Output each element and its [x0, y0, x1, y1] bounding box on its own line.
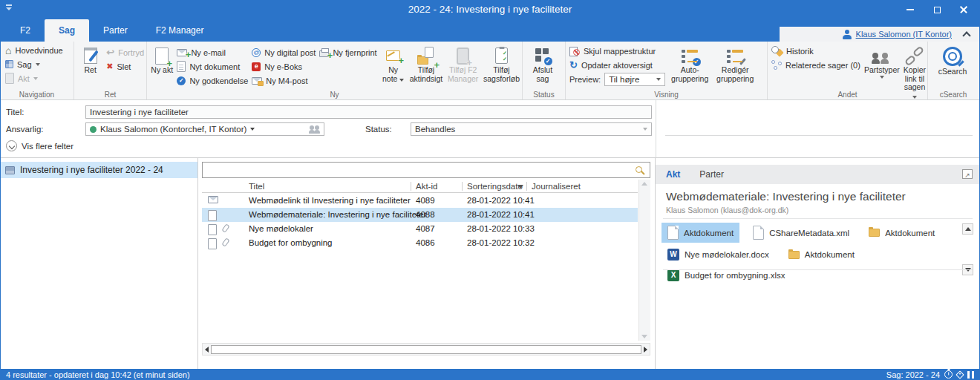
scroll-up-icon[interactable] — [962, 223, 973, 235]
attachment-scrollbar[interactable] — [962, 223, 973, 275]
attachment-chip[interactable]: Aktdokument — [783, 247, 860, 262]
pause-icon[interactable] — [967, 371, 970, 379]
scroll-left-icon[interactable] — [205, 347, 209, 353]
hovedvindue-button[interactable]: Hovedvindue — [5, 45, 63, 56]
tag-icon[interactable] — [956, 370, 964, 379]
tab-f2[interactable]: F2 — [6, 19, 45, 42]
minimize-button[interactable] — [897, 0, 924, 19]
list-search-box — [202, 162, 650, 178]
paperclip-icon — [221, 223, 229, 232]
historik-button[interactable]: Historik — [771, 45, 860, 56]
document-icon — [753, 226, 764, 240]
relaterede-sager-button[interactable]: Relaterede sager (0) — [771, 59, 860, 71]
ret-button[interactable]: Ret — [78, 45, 102, 75]
case-metadata: Titel: Ansvarlig: Klaus Salomon (Kontorc… — [0, 100, 980, 158]
attachment-chip[interactable]: Aktdokument — [863, 226, 941, 240]
auto-gruppering-button[interactable]: Auto-gruppering — [669, 45, 710, 83]
auto-grouping-icon — [682, 48, 699, 64]
case-tree-panel: Investering i nye faciliteter 2022 - 24 — [0, 158, 198, 369]
preview-position-select[interactable]: Til højre — [604, 73, 665, 86]
tilfoj-sagsforlob-button[interactable]: Tilføj sagsforløb — [483, 45, 520, 83]
column-header-journaliseret[interactable]: Journaliseret — [532, 180, 581, 193]
ansvarlig-label: Ansvarlig: — [6, 125, 44, 134]
ny-akt-button[interactable]: Ny akt — [151, 45, 173, 75]
collapse-ribbon-icon[interactable] — [962, 31, 970, 39]
history-icon — [771, 46, 783, 56]
afslut-sag-button[interactable]: Afslut sag — [526, 45, 559, 83]
close-button[interactable] — [950, 0, 977, 19]
vertical-scrollbar[interactable] — [638, 180, 650, 341]
participants-icon[interactable] — [309, 125, 320, 134]
ansvarlig-input[interactable]: Klaus Salomon (Kontorchef, IT Kontor) — [85, 122, 324, 136]
search-icon[interactable] — [636, 166, 642, 173]
edit-grouping-icon — [727, 48, 744, 64]
horizontal-scrollbar[interactable] — [202, 343, 650, 356]
column-header-titel[interactable]: Titel — [249, 180, 264, 193]
fortryd-button[interactable]: Fortryd — [106, 47, 144, 58]
nyt-dokument-button[interactable]: Nyt dokument — [177, 61, 248, 72]
digital-post-icon — [252, 48, 261, 57]
partstyper-button[interactable]: Partstyper — [864, 45, 900, 79]
csearch-button[interactable]: cSearch — [932, 45, 973, 76]
popout-icon[interactable] — [962, 169, 973, 179]
ny-godkendelse-button[interactable]: Ny godkendelse — [177, 75, 248, 86]
tab-akt[interactable]: Akt — [666, 169, 680, 180]
scroll-right-icon[interactable] — [644, 347, 647, 353]
list-header: Titel Akt-id Sorteringsdato Journalisere… — [202, 180, 638, 193]
scroll-up-icon[interactable] — [641, 182, 647, 186]
attachment-chip[interactable]: Nye mødelokaler.docx — [662, 246, 775, 263]
tab-parter[interactable]: Parter — [699, 169, 724, 180]
ny-fjernprint-button[interactable]: Ny fjernprint — [319, 47, 376, 58]
ny-m4-post-button[interactable]: Ny M4-post — [252, 75, 316, 86]
tab-sag[interactable]: Sag — [45, 19, 89, 42]
maximize-icon — [934, 7, 941, 13]
tab-f2-manager[interactable]: F2 Manager — [142, 19, 218, 42]
scroll-down-icon[interactable] — [641, 335, 647, 338]
table-row[interactable]: Budget for ombygning 4086 28-01-2022 10:… — [202, 236, 638, 250]
quick-access-caret-icon[interactable] — [6, 4, 13, 10]
table-row-selected[interactable]: Webmødemateriale: Investering i nye faci… — [202, 208, 638, 222]
user-icon — [843, 30, 852, 39]
column-header-akt-id[interactable]: Akt-id — [416, 180, 437, 193]
ny-digital-post-button[interactable]: Ny digital post — [252, 47, 316, 58]
titel-input[interactable] — [85, 105, 652, 119]
opdater-aktoversigt-button[interactable]: Opdater aktoversigt — [569, 59, 665, 71]
user-link[interactable]: Klaus Salomon (IT Kontor) — [856, 30, 952, 39]
rediger-gruppering-button[interactable]: Redigér gruppering — [714, 45, 756, 83]
tree-item-case[interactable]: Investering i nye faciliteter 2022 - 24 — [0, 162, 197, 178]
document-icon — [667, 226, 679, 240]
skjul-mappestruktur-button[interactable]: Skjul mappestruktur — [569, 45, 665, 56]
maximize-button[interactable] — [924, 0, 950, 19]
status-select[interactable]: Behandles — [411, 122, 652, 136]
ny-eboks-button[interactable]: Ny e-Boks — [252, 61, 316, 72]
attachment-chip[interactable]: CShareMetadata.xml — [747, 223, 855, 243]
slet-button[interactable]: Slet — [106, 61, 144, 72]
attachment-chip[interactable]: Aktdokument — [662, 223, 739, 243]
ny-note-button[interactable]: Ny note — [381, 45, 406, 83]
ny-email-button[interactable]: Ny e-mail — [177, 47, 248, 58]
table-row[interactable]: Nye mødelokaler 4087 28-01-2022 10:33 — [202, 222, 638, 236]
dropdown-caret-icon — [880, 76, 884, 79]
tab-parter[interactable]: Parter — [89, 19, 142, 42]
tilfoj-aktindsigt-button[interactable]: Tilføj aktindsigt — [410, 45, 443, 83]
stopwatch-icon[interactable] — [944, 370, 953, 379]
chevron-down-circle-icon — [6, 140, 17, 151]
close-case-icon — [535, 48, 551, 64]
sort-desc-icon[interactable] — [517, 185, 523, 189]
column-header-sorteringsdato[interactable]: Sorteringsdato — [467, 180, 523, 193]
undo-icon — [106, 48, 114, 57]
folder-icon — [869, 229, 880, 237]
case-icon — [5, 166, 15, 174]
tilfoj-f2-manager-button[interactable]: Tilføj F2 Manager — [446, 45, 480, 83]
result-count-text: 4 resultater - opdateret i dag 10:42 (et… — [6, 370, 190, 379]
scrollbar-thumb[interactable] — [211, 345, 641, 354]
sagsforlob-clipboard-icon — [495, 48, 508, 64]
table-row[interactable]: Webmødelink til Investering i nye facili… — [202, 194, 638, 208]
csearch-icon — [943, 47, 962, 66]
vis-flere-felter-toggle[interactable]: Vis flere felter — [6, 140, 74, 151]
akt-menu-button[interactable]: Akt — [5, 73, 63, 84]
copy-link-icon — [905, 48, 924, 64]
aktindsigt-icon — [417, 47, 435, 65]
sag-menu-button[interactable]: Sag — [5, 59, 63, 70]
search-input[interactable] — [203, 163, 650, 177]
